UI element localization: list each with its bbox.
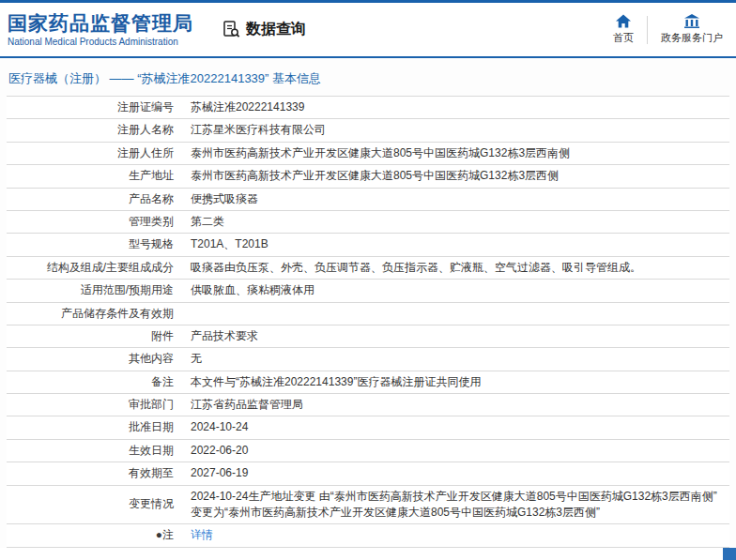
table-row: 生产地址 泰州市医药高新技术产业开发区健康大道805号中国医药城G132栋3层西… (7, 165, 729, 188)
registration-info-table: 注册证编号 苏械注准20222141339 注册人名称 江苏星米医疗科技有限公司… (7, 96, 729, 548)
nav-divider (647, 16, 648, 44)
table-row: 有效期至 2027-06-19 (7, 462, 729, 485)
table-row: 产品储存条件及有效期 (7, 303, 729, 325)
row-value: 泰州市医药高新技术产业开发区健康大道805号中国医药城G132栋3层西南侧 (183, 143, 729, 164)
page-title: 医疗器械（注册） —— “苏械注准20222141339” 基本信息 (7, 58, 729, 96)
row-value: 本文件与“苏械注准20222141339”医疗器械注册证共同使用 (183, 371, 729, 393)
row-value: 江苏星米医疗科技有限公司 (183, 119, 729, 141)
row-value: 2024-10-24生产地址变更 由“泰州市医药高新技术产业开发区健康大道805… (183, 486, 729, 524)
table-row: 其他内容 无 (7, 348, 729, 371)
row-label: 适用范围/预期用途 (7, 280, 183, 301)
row-value: 泰州市医药高新技术产业开发区健康大道805号中国医药城G132栋3层西侧 (183, 165, 729, 187)
site-logo[interactable]: 国家药品监督管理局 National Medical Products Admi… (8, 12, 193, 47)
table-row: 适用范围/预期用途 供吸脓血、痰粘稠液体用 (7, 280, 729, 302)
row-label: 其他内容 (7, 348, 183, 370)
data-query-icon (222, 20, 241, 39)
row-value (183, 310, 729, 316)
nav-home-label: 首页 (613, 31, 634, 45)
row-value: 江苏省药品监督管理局 (183, 394, 729, 416)
content-area: 医疗器械（注册） —— “苏械注准20222141339” 基本信息 注册证编号… (0, 58, 736, 548)
row-value: 详情 (183, 524, 729, 546)
row-label: 注册人名称 (7, 119, 183, 141)
row-value: 2024-10-24 (183, 416, 729, 438)
table-row: 注册人名称 江苏星米医疗科技有限公司 (7, 119, 729, 142)
portal-building-icon (683, 14, 700, 28)
data-query-label: 数据查询 (246, 20, 306, 39)
row-label: 型号规格 (7, 234, 183, 255)
row-label: 产品储存条件及有效期 (7, 303, 183, 325)
row-label: 变更情况 (7, 493, 183, 515)
row-value: 产品技术要求 (183, 325, 729, 347)
row-label: 管理类别 (7, 211, 183, 233)
row-label: 有效期至 (7, 462, 183, 484)
table-row: 备注 本文件与“苏械注准20222141339”医疗器械注册证共同使用 (7, 371, 729, 394)
site-header: 国家药品监督管理局 National Medical Products Admi… (0, 3, 736, 56)
table-row: 管理类别 第二类 (7, 211, 729, 234)
header-nav: 首页 政务服务门户 (613, 14, 727, 45)
row-value: 供吸脓血、痰粘稠液体用 (183, 280, 729, 301)
org-name-en: National Medical Products Administration (8, 37, 193, 47)
nav-portal-label: 政务服务门户 (661, 31, 723, 45)
org-name-cn: 国家药品监督管理局 (8, 12, 193, 35)
row-label: 附件 (7, 325, 183, 347)
row-value: 便携式吸痰器 (183, 189, 729, 210)
table-row: 结构及组成/主要组成成分 吸痰器由负压泵、外壳、负压调节器、负压指示器、贮液瓶、… (7, 257, 729, 280)
row-label: 结构及组成/主要组成成分 (7, 257, 183, 279)
row-value: 无 (183, 348, 729, 370)
table-row-note: ●注 详情 (7, 524, 729, 547)
table-row: 型号规格 T201A、T201B (7, 234, 729, 256)
row-value: 2022-06-20 (183, 440, 729, 462)
row-label: 产品名称 (7, 189, 183, 210)
row-label: 生产地址 (7, 165, 183, 187)
table-row: 批准日期 2024-10-24 (7, 416, 729, 439)
row-label: 备注 (7, 371, 183, 393)
row-label: 批准日期 (7, 416, 183, 438)
nav-portal[interactable]: 政务服务门户 (661, 14, 723, 45)
nav-home[interactable]: 首页 (613, 14, 634, 45)
table-row: 附件 产品技术要求 (7, 325, 729, 348)
row-value: 2027-06-19 (183, 462, 729, 484)
table-row: 注册证编号 苏械注准20222141339 (7, 97, 729, 119)
row-label: ●注 (7, 524, 183, 546)
row-label: 审批部门 (7, 394, 183, 416)
data-query-tool[interactable]: 数据查询 (222, 20, 306, 39)
table-row: 注册人住所 泰州市医药高新技术产业开发区健康大道805号中国医药城G132栋3层… (7, 143, 729, 165)
home-icon (615, 14, 632, 28)
row-value: 第二类 (183, 211, 729, 233)
table-row: 变更情况 2024-10-24生产地址变更 由“泰州市医药高新技术产业开发区健康… (7, 486, 729, 525)
table-row: 审批部门 江苏省药品监督管理局 (7, 394, 729, 416)
back-to-top-button[interactable] (723, 548, 736, 560)
table-row: 产品名称 便携式吸痰器 (7, 189, 729, 211)
detail-link[interactable]: 详情 (191, 528, 213, 541)
table-row: 生效日期 2022-06-20 (7, 440, 729, 462)
row-label: 注册证编号 (7, 97, 183, 118)
row-label: 生效日期 (7, 440, 183, 462)
row-value: 吸痰器由负压泵、外壳、负压调节器、负压指示器、贮液瓶、空气过滤器、吸引导管组成。 (183, 257, 729, 279)
row-value: 苏械注准20222141339 (183, 97, 729, 118)
row-label: 注册人住所 (7, 143, 183, 164)
row-value: T201A、T201B (183, 234, 729, 255)
